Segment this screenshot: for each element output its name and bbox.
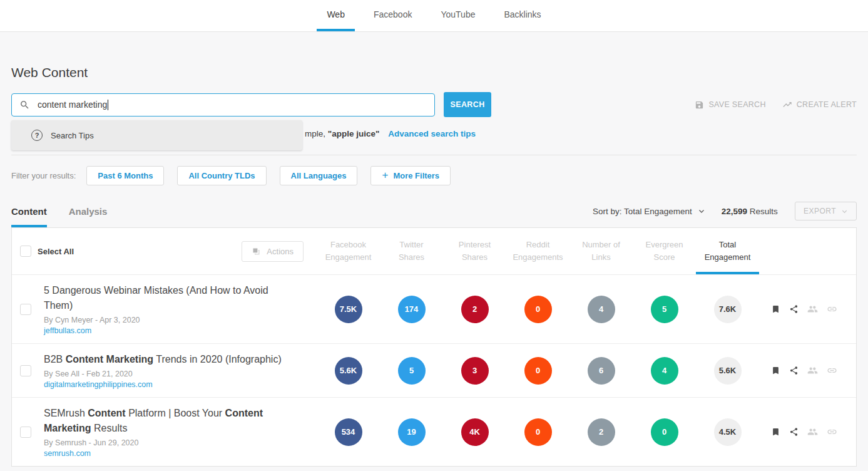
result-domain-link[interactable]: digitalmarketingphilippines.com <box>44 380 282 389</box>
export-button[interactable]: EXPORT <box>795 202 857 220</box>
facebook-engagement-badge: 7.5K <box>335 296 362 323</box>
search-input-value: content marketing <box>38 100 108 110</box>
column-header-total-engagement[interactable]: TotalEngagement <box>696 228 759 274</box>
actions-button[interactable]: Actions <box>242 241 304 262</box>
table-row: SEMrush Content Platform | Boost Your Co… <box>12 397 856 466</box>
result-byline: By Semrush - Jun 29, 2020 <box>44 438 299 447</box>
column-header-reddit-engagements[interactable]: RedditEngagements <box>506 228 569 274</box>
reddit-engagements-badge: 0 <box>524 418 552 446</box>
column-header-evergreen-score[interactable]: EvergreenScore <box>633 228 696 274</box>
evergreen-score-badge: 0 <box>651 418 678 446</box>
plus-icon: + <box>382 170 388 180</box>
result-domain-link[interactable]: jeffbullas.com <box>44 326 299 335</box>
row-checkbox[interactable] <box>20 427 31 438</box>
reddit-engagements-badge: 0 <box>524 357 552 385</box>
total-engagement-badge: 5.6K <box>714 357 742 385</box>
tab-youtube[interactable]: YouTube <box>431 0 485 31</box>
top-nav: Web Facebook YouTube Backlinks <box>0 0 868 32</box>
reddit-engagements-badge: 0 <box>524 296 552 323</box>
search-input[interactable]: content marketing <box>11 93 435 116</box>
twitter-shares-badge: 174 <box>398 296 426 323</box>
link-icon[interactable] <box>827 427 837 437</box>
section-divider <box>11 155 857 155</box>
sort-by-dropdown[interactable]: Sort by: Total Engagement <box>593 207 705 216</box>
result-byline: By Cyn Meyer - Apr 3, 2020 <box>44 316 299 324</box>
row-checkbox[interactable] <box>20 365 31 376</box>
pinterest-shares-badge: 3 <box>461 357 489 385</box>
result-byline: By See All - Feb 21, 2020 <box>44 370 282 378</box>
search-suggestions-area: ? Search Tips mple, "apple juice"Advance… <box>11 117 857 155</box>
create-alert-button[interactable]: CREATE ALERT <box>782 100 857 110</box>
language-filter-button[interactable]: All Languages <box>280 166 358 185</box>
column-header-pinterest-shares[interactable]: PinterestShares <box>443 228 506 274</box>
search-icon <box>19 100 30 110</box>
total-engagement-badge: 7.6K <box>714 296 742 323</box>
date-filter-button[interactable]: Past 6 Months <box>86 166 164 185</box>
tab-content[interactable]: Content <box>11 206 47 227</box>
number-of-links-badge: 2 <box>588 418 615 446</box>
search-tips-dropdown-item[interactable]: ? Search Tips <box>11 120 302 150</box>
result-domain-link[interactable]: semrush.com <box>44 449 299 458</box>
more-filters-button[interactable]: + More Filters <box>370 166 451 185</box>
result-title[interactable]: 5 Dangerous Webinar Mistakes (And How to… <box>44 283 299 313</box>
evergreen-score-badge: 5 <box>651 296 678 323</box>
search-row: content marketing SEARCH SAVE SEARCH CRE… <box>11 92 857 117</box>
column-header-facebook-engagement[interactable]: FacebookEngagement <box>317 228 380 274</box>
column-header-number-of-links[interactable]: Number ofLinks <box>569 228 633 274</box>
chevron-down-icon <box>841 208 848 215</box>
tab-analysis[interactable]: Analysis <box>69 206 108 227</box>
link-icon[interactable] <box>827 365 837 376</box>
link-icon[interactable] <box>827 304 837 314</box>
tab-backlinks[interactable]: Backlinks <box>494 0 551 31</box>
twitter-shares-badge: 19 <box>398 418 426 446</box>
search-hint-text: mple, "apple juice"Advanced search tips <box>305 129 476 138</box>
bookmark-icon[interactable] <box>771 427 780 437</box>
number-of-links-badge: 4 <box>588 296 615 323</box>
share-icon[interactable] <box>789 366 799 375</box>
facebook-engagement-badge: 534 <box>335 418 362 446</box>
twitter-shares-badge: 5 <box>398 357 426 385</box>
row-checkbox[interactable] <box>20 304 31 315</box>
share-icon[interactable] <box>789 427 799 437</box>
people-icon[interactable] <box>807 365 818 376</box>
bookmark-icon[interactable] <box>771 366 780 375</box>
table-row: 5 Dangerous Webinar Mistakes (And How to… <box>12 274 856 343</box>
trending-up-icon <box>782 100 792 110</box>
advanced-search-tips-link[interactable]: Advanced search tips <box>388 129 476 138</box>
pinterest-shares-badge: 2 <box>461 296 489 323</box>
share-icon[interactable] <box>789 304 799 314</box>
search-tips-label: Search Tips <box>51 131 94 140</box>
page-title: Web Content <box>11 65 857 80</box>
bookmark-icon[interactable] <box>771 304 780 314</box>
filter-bar-label: Filter your results: <box>11 171 76 180</box>
text-caret <box>108 100 108 110</box>
help-icon: ? <box>31 130 43 141</box>
select-all-checkbox[interactable] <box>20 246 31 257</box>
results-bar: Content Analysis Sort by: Total Engageme… <box>11 202 857 227</box>
country-tld-filter-button[interactable]: All Country TLDs <box>177 166 266 185</box>
result-title[interactable]: SEMrush Content Platform | Boost Your Co… <box>44 406 299 436</box>
pinterest-shares-badge: 4K <box>461 418 489 446</box>
top-nav-tabs: Web Facebook YouTube Backlinks <box>317 0 551 31</box>
people-icon[interactable] <box>807 427 818 437</box>
save-search-button[interactable]: SAVE SEARCH <box>695 100 765 110</box>
tab-facebook[interactable]: Facebook <box>364 0 422 31</box>
total-engagement-badge: 4.5K <box>714 418 742 446</box>
number-of-links-badge: 6 <box>588 357 615 385</box>
table-header: Select All Actions FacebookEngagement Tw… <box>12 228 856 274</box>
bulk-actions-icon <box>252 247 261 256</box>
column-header-twitter-shares[interactable]: TwitterShares <box>380 228 443 274</box>
table-row: B2B Content Marketing Trends in 2020 (In… <box>12 343 856 397</box>
save-search-label: SAVE SEARCH <box>708 100 765 109</box>
tab-web[interactable]: Web <box>317 0 355 31</box>
evergreen-score-badge: 4 <box>651 357 678 385</box>
search-button[interactable]: SEARCH <box>444 92 491 117</box>
results-table: Select All Actions FacebookEngagement Tw… <box>11 227 857 467</box>
facebook-engagement-badge: 5.6K <box>335 357 362 385</box>
chevron-down-icon <box>698 207 705 215</box>
result-title[interactable]: B2B Content Marketing Trends in 2020 (In… <box>44 352 282 367</box>
people-icon[interactable] <box>807 304 818 314</box>
create-alert-label: CREATE ALERT <box>797 100 857 109</box>
select-all-label: Select All <box>38 247 74 256</box>
results-count: 22,599 Results <box>722 207 778 216</box>
